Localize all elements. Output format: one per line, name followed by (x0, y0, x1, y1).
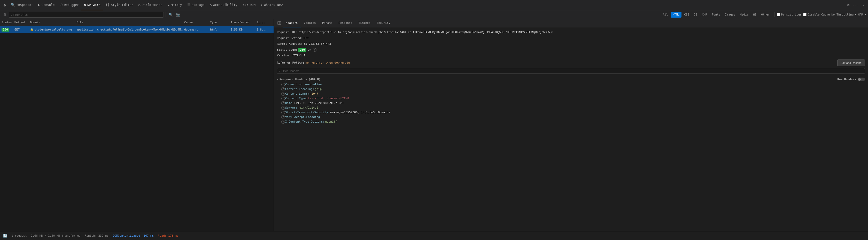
tab-memory[interactable]: ☁ Memory (165, 0, 184, 10)
disable-cache-checkbox[interactable] (803, 13, 807, 16)
filter-xhr[interactable]: XHR (700, 12, 709, 18)
clear-requests-button[interactable]: 🗑 (2, 11, 8, 18)
raw-headers-switch[interactable] (858, 78, 865, 81)
filter-all[interactable]: All (661, 12, 670, 18)
toolbar-divider-1 (165, 12, 166, 17)
more-options-button[interactable]: ··· (852, 2, 859, 8)
tab-performance[interactable]: ◷ Performance (136, 0, 165, 10)
devtools-menu-button[interactable]: ⚙ (1, 2, 8, 9)
rh-q-icon[interactable]: ? (281, 115, 285, 119)
tab-headers[interactable]: Headers (283, 19, 301, 27)
tab-network[interactable]: ⇅ Network (82, 0, 103, 10)
tab-storage[interactable]: ☰ Storage (185, 0, 208, 10)
tab-security[interactable]: Security (374, 19, 394, 27)
tab-whats-new[interactable]: ★ What's New (258, 0, 285, 10)
status-bar-icon: 🔄 (3, 234, 7, 238)
debugger-icon: ⬡ (60, 3, 63, 7)
col-header-cause[interactable]: Cause (184, 21, 210, 24)
filter-urls-input[interactable] (13, 13, 162, 16)
throttling-control[interactable]: No Throttling ▾ (831, 13, 857, 16)
toolbar-right: All HTML CSS JS XHR Fonts Images Media W… (661, 12, 866, 18)
har-button[interactable]: HAR ▾ (858, 13, 866, 16)
filter-html[interactable]: HTML (671, 12, 682, 18)
storage-icon: ☰ (187, 3, 190, 7)
dom-icon: </> (243, 3, 249, 7)
rh-q-icon[interactable]: ? (281, 87, 285, 91)
response-headers-toggle[interactable]: ▼ Response Headers (484 B) Raw Headers (277, 76, 865, 82)
tab-console-label: Console (41, 3, 55, 7)
tab-response[interactable]: Response (335, 19, 355, 27)
rh-q-icon[interactable]: ? (281, 111, 285, 114)
rh-sts-val: max-age=15552000; includeSubDomains (330, 111, 390, 114)
filter-headers-input[interactable] (282, 69, 863, 73)
rh-q-icon[interactable]: ? (281, 92, 285, 96)
response-tab-label: Response (338, 21, 352, 25)
tab-cookies[interactable]: Cookies (301, 19, 319, 27)
dom-content-loaded-text: DOMContentLoaded: 167 ms (113, 234, 154, 237)
edit-resend-button[interactable]: Edit and Resend (837, 59, 865, 66)
rh-q-icon[interactable]: ? (281, 106, 285, 110)
table-header: Status Method Domain File Cause Type Tra… (0, 19, 274, 26)
col-header-transferred[interactable]: Transferred (231, 21, 256, 24)
tab-inspector-label: Inspector (16, 3, 33, 7)
console-icon: ▶ (38, 3, 40, 7)
cookies-tab-label: Cookies (304, 21, 316, 25)
rh-q-icon[interactable]: ? (281, 120, 285, 124)
tab-debugger[interactable]: ⬡ Debugger (57, 0, 82, 10)
filter-headers-icon: ▽ (279, 69, 281, 73)
col-header-domain[interactable]: Domain (30, 21, 76, 24)
version-row: Version: HTTP/1.1 (277, 53, 865, 59)
filter-fonts[interactable]: Fonts (710, 12, 722, 18)
disable-cache-label[interactable]: Disable Cache (803, 13, 830, 16)
camera-button[interactable]: 📷 (175, 11, 181, 18)
col-header-method[interactable]: Method (14, 21, 30, 24)
rh-q-icon[interactable]: ? (281, 97, 285, 100)
rh-content-type-val: text/html; charset=UTF-8 (308, 97, 349, 100)
rh-connection-key: Connection: (285, 83, 304, 86)
table-row[interactable]: 200 GET 🔒 studentportal.elfu.org applica… (0, 26, 274, 33)
tab-style-editor-label: Style Editor (111, 3, 133, 7)
search-button[interactable]: 🔍 (168, 11, 174, 18)
tab-timings[interactable]: Timings (355, 19, 373, 27)
tab-style-editor[interactable]: {} Style Editor (103, 0, 136, 10)
status-code-value: 200 OK ? (299, 48, 316, 52)
tab-whats-new-label: What's New (264, 3, 283, 7)
filter-ws[interactable]: WS (751, 12, 758, 18)
tab-console[interactable]: ▶ Console (36, 0, 57, 10)
remote-address-key: Remote Address: (277, 42, 303, 46)
raw-headers-label: Raw Headers (837, 78, 856, 81)
close-devtools-button[interactable]: ✕ (860, 2, 867, 8)
type-cell: html (210, 28, 231, 31)
tab-params[interactable]: Params (319, 19, 336, 27)
load-time-text: load: 178 ms (158, 234, 178, 237)
persist-logs-checkbox[interactable] (777, 13, 780, 16)
rh-q-icon[interactable]: ? (281, 101, 285, 105)
filter-images[interactable]: Images (723, 12, 737, 18)
rh-date: ? Date: Fri, 10 Jan 2020 04:59:27 GMT (277, 101, 865, 106)
tab-debugger-label: Debugger (64, 3, 79, 7)
filter-css[interactable]: CSS (682, 12, 691, 18)
persist-logs-label[interactable]: Persist Logs (777, 13, 802, 16)
status-cell: 200 (2, 28, 14, 31)
rh-vary: ? Vary: Accept-Encoding (277, 115, 865, 119)
filter-icon: ▽ (10, 13, 12, 16)
load-time: load: 178 ms (158, 234, 178, 237)
memory-icon: ☁ (167, 3, 169, 7)
col-header-size[interactable]: Si... (256, 21, 272, 24)
rh-vary-key: Vary: (285, 115, 294, 119)
col-header-type[interactable]: Type (210, 21, 231, 24)
col-header-status[interactable]: Status (2, 21, 14, 24)
referrer-policy-key: Referrer Policy: (277, 61, 304, 64)
file-cell: application-check.php?elfmail=1@1.com&to… (76, 28, 184, 31)
cause-cell: document (184, 28, 210, 31)
filter-other[interactable]: Other (759, 12, 772, 18)
rh-q-icon[interactable]: ? (281, 83, 285, 86)
status-help-icon[interactable]: ? (313, 48, 316, 52)
filter-media[interactable]: Media (738, 12, 750, 18)
filter-js[interactable]: JS (692, 12, 699, 18)
tab-dom[interactable]: </> DOM (240, 0, 258, 10)
tab-accessibility[interactable]: ♿ Accessibility (207, 0, 240, 10)
undock-button[interactable]: ⧉ (845, 2, 851, 8)
col-header-file[interactable]: File (76, 21, 184, 24)
tab-inspector[interactable]: 🔍 Inspector (8, 0, 36, 10)
